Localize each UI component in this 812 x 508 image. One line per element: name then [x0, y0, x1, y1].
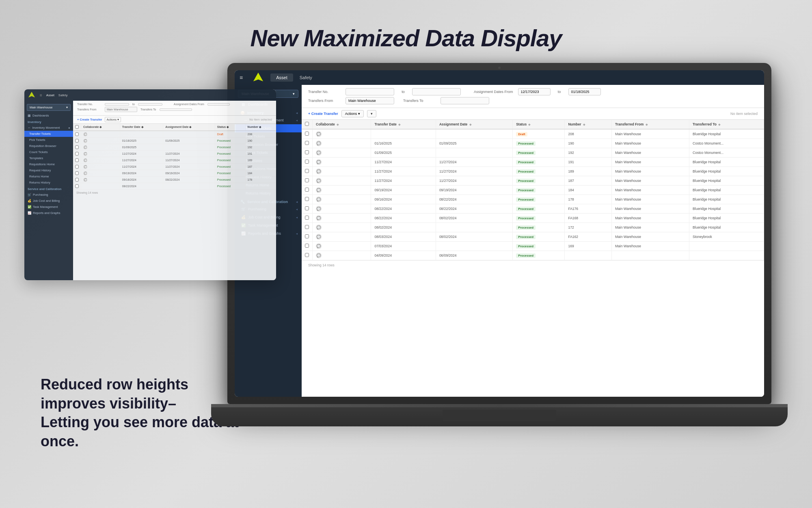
row-checkbox-8[interactable]: [305, 206, 309, 210]
mini-table-row[interactable]: 💬09/19/202409/19/2024Processed184: [73, 170, 276, 177]
nav-tab-asset[interactable]: Asset: [270, 73, 293, 82]
mini-col-number: Number ◆: [245, 124, 276, 131]
mini-sidebar-req-browser[interactable]: Requisition Browser: [24, 143, 73, 149]
mini-table-row[interactable]: 💬11/27/202411/27/2024Processed191: [73, 151, 276, 157]
row-checkbox-13[interactable]: [305, 253, 309, 257]
mini-sidebar-pick-tickets[interactable]: Pick Tickets: [24, 137, 73, 143]
col-header-status[interactable]: Status ◆: [513, 120, 565, 129]
table-row[interactable]: 💬 08/02/2024 Processed 172 Main Warehous…: [302, 223, 764, 232]
mini-sidebar-dashboards[interactable]: ▦Dashboards: [24, 112, 73, 119]
row-checkbox-7[interactable]: [305, 197, 309, 201]
row-checkbox-3[interactable]: [305, 160, 309, 164]
mini-table-row[interactable]: 💬Draft208: [73, 131, 276, 138]
mini-sidebar-inventory-movement[interactable]: ↔Inventory Movement◂: [24, 125, 73, 131]
mini-table-row[interactable]: 💬09/16/202408/22/2024Processed178: [73, 177, 276, 183]
mini-sidebar-returns-home[interactable]: Returns Home: [24, 173, 73, 179]
table-row[interactable]: 💬 01/16/2025 01/09/2025 Processed 190 Ma…: [302, 139, 764, 148]
row-status-4: Processed: [513, 167, 565, 176]
mini-create-transfer-button[interactable]: + Create Transfer: [77, 118, 102, 121]
select-all-checkbox[interactable]: [305, 122, 309, 126]
mini-table-row[interactable]: 💬11/27/202411/27/2024Processed187: [73, 164, 276, 170]
mini-sidebar-job-cost[interactable]: 💰Job Cost and Billing: [24, 198, 73, 204]
row-checkbox-12[interactable]: [305, 244, 309, 248]
date-to-input[interactable]: [568, 88, 601, 95]
col-header-transfer-date[interactable]: Transfer Date ◆: [371, 120, 436, 129]
row-transferred-from-8: Main Warehouse: [611, 204, 689, 214]
table-row[interactable]: 💬 11/27/2024 11/27/2024 Processed 191 Ma…: [302, 158, 764, 167]
mini-sidebar-transfer-tickets[interactable]: Transfer Tickets: [24, 131, 73, 137]
table-row[interactable]: 💬 07/03/2024 Processed 169 Main Warehous…: [302, 242, 764, 251]
table-row[interactable]: 💬 08/03/2024 08/02/2024 Processed FA162 …: [302, 232, 764, 242]
mini-table-row[interactable]: 💬11/27/202411/27/2024Processed189: [73, 157, 276, 164]
row-checkbox-6[interactable]: [305, 188, 309, 192]
table-row[interactable]: 💬 04/09/2024 06/09/2024 Processed: [302, 251, 764, 260]
row-checkbox-2[interactable]: [305, 150, 309, 154]
transfers-from-input[interactable]: [346, 97, 394, 104]
bottom-text-line1: Reduced row heights: [41, 375, 252, 394]
laptop-camera: [498, 67, 501, 69]
col-header-transferred-from[interactable]: Transferred From ◆: [611, 120, 689, 129]
actions-button[interactable]: Actions ▾: [341, 110, 364, 117]
mini-table-row[interactable]: 08/22/2024Processed: [73, 183, 276, 190]
row-checkbox-9[interactable]: [305, 216, 309, 220]
row-number-2: 192: [565, 148, 612, 158]
col-header-number[interactable]: Number ◆: [565, 120, 612, 129]
col-header-transferred-to[interactable]: Transferred To ◆: [689, 120, 764, 129]
mini-sidebar-templates[interactable]: Templates: [24, 155, 73, 161]
row-status-11: Processed: [513, 232, 565, 242]
mini-sidebar-reports[interactable]: 📈Reports and Graphs: [24, 210, 73, 216]
mini-sidebar-request-history[interactable]: Request History: [24, 167, 73, 173]
status-badge-10: Processed: [516, 225, 536, 230]
mini-sidebar-purchasing[interactable]: 🛒Purchasing: [24, 192, 73, 198]
mini-select-all-checkbox[interactable]: [75, 125, 79, 129]
row-checkbox-4[interactable]: [305, 169, 309, 173]
col-header-assignment-date[interactable]: Assignment Date ◆: [436, 120, 512, 129]
mini-sidebar-req-home[interactable]: Requisitions Home: [24, 161, 73, 167]
col-header-collaborate[interactable]: Collaborate ◆: [313, 120, 371, 129]
row-checkbox-11[interactable]: [305, 234, 309, 238]
transfers-to-input[interactable]: [441, 97, 489, 104]
table-row[interactable]: 💬 01/09/2025 Processed 192 Main Warehous…: [302, 148, 764, 158]
table-row[interactable]: 💬 08/22/2024 08/02/2024 Processed FA168 …: [302, 214, 764, 223]
status-badge-1: Processed: [516, 141, 536, 146]
create-transfer-button[interactable]: + Create Transfer: [308, 112, 338, 116]
data-table-wrap[interactable]: Collaborate ◆ Transfer Date ◆ Assignment…: [302, 120, 764, 397]
table-row[interactable]: 💬 09/19/2024 09/19/2024 Processed 184 Ma…: [302, 186, 764, 195]
table-row[interactable]: 💬 Draft 208 Main Warehouse Blueridge Hos…: [302, 129, 764, 139]
row-checkbox-1[interactable]: [305, 141, 309, 145]
row-assignment-date-7: 08/22/2024: [436, 195, 512, 204]
row-checkbox-5[interactable]: [305, 178, 309, 182]
row-transfer-date-7: 09/16/2024: [371, 195, 436, 204]
row-checkbox-10[interactable]: [305, 225, 309, 229]
mini-sidebar-task-mgmt[interactable]: ✅Task Management: [24, 204, 73, 210]
mini-sidebar-returns-history[interactable]: Returns History: [24, 179, 73, 186]
mini-sidebar-count-tickets[interactable]: Count Tickets: [24, 149, 73, 155]
mini-hamburger-icon: ≡: [40, 93, 42, 97]
row-transfer-date-4: 11/27/2024: [371, 167, 436, 176]
hamburger-menu-icon[interactable]: ≡: [240, 74, 243, 81]
mini-nav-tab-asset[interactable]: Asset: [46, 93, 54, 97]
mini-nav-tab-safety[interactable]: Safety: [58, 93, 68, 97]
table-row[interactable]: 💬 08/22/2024 08/22/2024 Processed FA176 …: [302, 204, 764, 214]
transfer-no-to-input[interactable]: [412, 88, 461, 95]
row-transfer-date-13: 04/09/2024: [371, 251, 436, 260]
row-transferred-from-10: Main Warehouse: [611, 223, 689, 232]
filter-dropdown[interactable]: ▾: [367, 110, 376, 117]
date-from-input[interactable]: [518, 88, 551, 95]
mini-table-row[interactable]: 💬01/09/2025Processed192: [73, 144, 276, 151]
nav-tabs: Asset Safety: [270, 73, 318, 82]
row-number-8: FA176: [565, 204, 612, 214]
laptop-base: [211, 404, 788, 426]
table-row[interactable]: 💬 11/27/2024 11/27/2024 Processed 187 Ma…: [302, 176, 764, 186]
mini-warehouse-selector[interactable]: Main Warehouse ▾: [27, 104, 71, 111]
nav-tab-safety[interactable]: Safety: [294, 73, 318, 82]
row-number-13: [565, 251, 612, 260]
transfer-no-from-input[interactable]: [346, 88, 394, 95]
mini-data-table-wrap: Collaborate ◆ Transfer Date ◆ Assignment…: [73, 124, 276, 196]
table-row[interactable]: 💬 11/27/2024 11/27/2024 Processed 189 Ma…: [302, 167, 764, 176]
row-checkbox-0[interactable]: [305, 132, 309, 136]
mini-actions-button[interactable]: Actions ▾: [105, 117, 121, 122]
status-badge-7: Processed: [516, 197, 536, 202]
mini-table-row[interactable]: 💬01/16/202501/09/2025Processed190: [73, 138, 276, 144]
table-row[interactable]: 💬 09/16/2024 08/22/2024 Processed 178 Ma…: [302, 195, 764, 204]
